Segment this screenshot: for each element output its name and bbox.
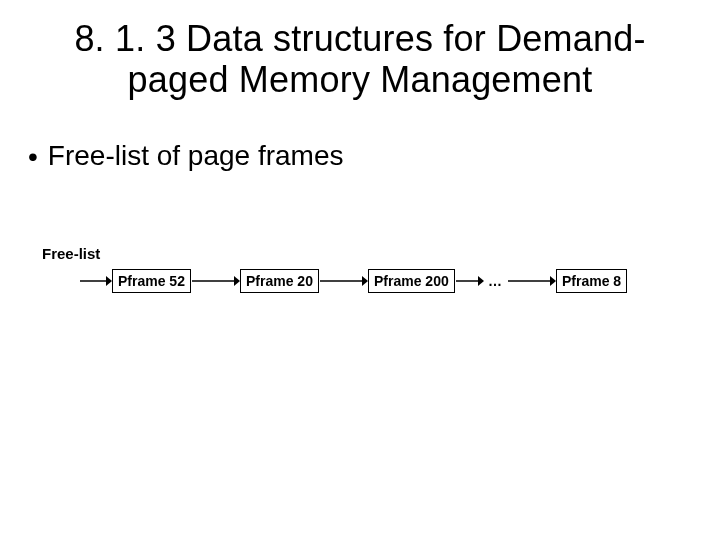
arrow-icon <box>320 269 368 293</box>
bullet-list: • Free-list of page frames <box>28 140 680 174</box>
title-line-1: 8. 1. 3 Data structures for Demand- <box>74 18 645 59</box>
arrow-icon <box>456 269 484 293</box>
list-node: Pframe 8 <box>556 269 627 293</box>
list-node: Pframe 20 <box>240 269 319 293</box>
arrow-icon <box>80 269 112 293</box>
title-line-2: paged Memory Management <box>128 59 593 100</box>
freelist-diagram: Free-list Pframe 52 Pframe 20 Pframe 200… <box>40 245 700 305</box>
list-node: Pframe 52 <box>112 269 191 293</box>
slide-title: 8. 1. 3 Data structures for Demand- page… <box>40 18 680 101</box>
bullet-item: • Free-list of page frames <box>28 140 680 174</box>
arrow-icon <box>508 269 556 293</box>
bullet-text: Free-list of page frames <box>48 140 344 172</box>
slide: 8. 1. 3 Data structures for Demand- page… <box>0 0 720 540</box>
list-node: Pframe 200 <box>368 269 455 293</box>
freelist-label: Free-list <box>42 245 100 262</box>
ellipsis: … <box>488 269 502 293</box>
arrow-icon <box>192 269 240 293</box>
bullet-dot-icon: • <box>28 140 38 174</box>
svg-marker-7 <box>478 276 484 286</box>
